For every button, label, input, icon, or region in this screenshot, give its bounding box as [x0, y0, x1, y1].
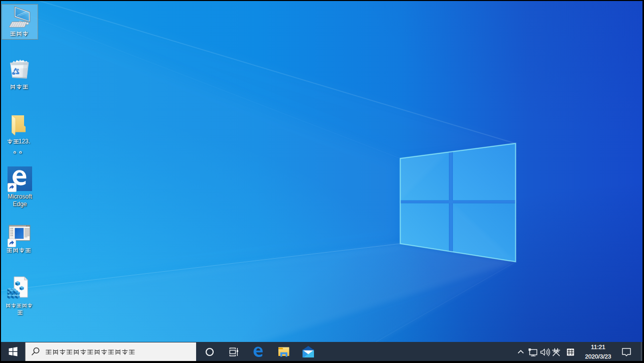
svg-text:11:21: 11:21	[591, 343, 605, 350]
svg-text:2020/3/23: 2020/3/23	[585, 353, 611, 359]
svg-text:123.: 123.	[19, 138, 30, 145]
